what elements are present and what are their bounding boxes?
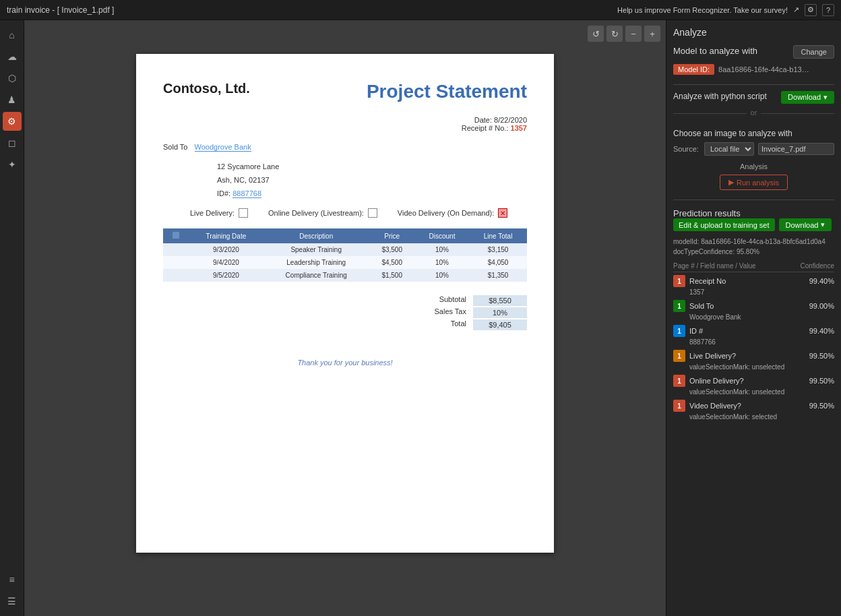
analysis-section: Analysis ▶ Run analysis (673, 162, 834, 195)
address-line1: 12 Sycamore Lane (217, 162, 527, 171)
pred-badge: 1 (673, 275, 685, 287)
help-icon[interactable]: ? (822, 4, 834, 16)
col-header-discount: Discount (415, 228, 469, 243)
receipt-value: 1357 (511, 124, 527, 132)
row-desc: Compliance Training (263, 269, 369, 282)
live-delivery-checkbox[interactable] (239, 208, 248, 218)
prediction-title: Prediction results (673, 208, 834, 218)
table-row: 9/3/2020 Speaker Training $3,500 10% $3,… (163, 243, 527, 256)
download-button[interactable]: Download ▾ (781, 91, 834, 104)
prediction-row: 1 Online Delivery? 99.50% valueSelection… (673, 375, 834, 396)
pred-field: Video Delivery? (689, 402, 805, 410)
model-section-title: Model to analyze with (673, 46, 757, 56)
total-value: $9,405 (473, 319, 527, 330)
pred-badge: 1 (673, 375, 685, 387)
online-delivery-label: Online Delivery (Livestream): (268, 209, 364, 217)
pred-value: 8887766 (689, 338, 834, 346)
sidebar-item-cloud[interactable]: ☁ (3, 47, 22, 66)
divider2 (673, 199, 834, 200)
sales-tax-row: Sales Tax 10% (365, 307, 527, 318)
source-row: Source: Local file Invoice_7.pdf (673, 142, 834, 156)
invoice-header: Contoso, Ltd. Project Statement (163, 81, 527, 102)
id-row: ID#: 8887768 (217, 189, 527, 197)
settings-icon-top[interactable]: ⚙ (805, 4, 817, 16)
top-bar: train invoice - [ Invoice_1.pdf ] Help u… (0, 0, 841, 20)
pred-value: 1357 (689, 288, 834, 296)
video-delivery-checkbox[interactable]: ✕ (498, 208, 507, 218)
row-date: 9/3/2020 (189, 243, 263, 256)
row-discount: 10% (415, 256, 469, 269)
field-header: Page # / Field name / Value (673, 262, 756, 270)
date-label: Date: (474, 116, 492, 124)
prediction-actions: Edit & upload to training set Download ▾ (673, 218, 834, 231)
model-header: Model to analyze with Change (673, 43, 834, 60)
predictions-list: 1 Receipt No 99.40% 1357 1 Sold To 99.00… (673, 275, 834, 421)
pred-confidence: 99.40% (809, 277, 834, 285)
doc-confidence-row: docTypeConfidence: 95.80% (673, 247, 834, 257)
row-desc: Leadership Training (263, 256, 369, 269)
download-label: Download (788, 93, 821, 101)
sold-to-row: Sold To Woodgrove Bank (163, 143, 527, 152)
pred-confidence: 99.00% (809, 302, 834, 310)
source-select[interactable]: Local file (704, 142, 754, 156)
main-layout: ⌂ ☁ ⬡ ♟ ⚙ ◻ ✦ ≡ ☰ ↺ ↻ − + Contoso, Ltd. … (0, 20, 841, 616)
edit-upload-button[interactable]: Edit & upload to training set (673, 218, 775, 231)
rotate-left-button[interactable]: ↺ (588, 26, 604, 42)
document-viewer: ↺ ↻ − + Contoso, Ltd. Project Statement … (24, 20, 666, 616)
checkbox-video-delivery: Video Delivery (On Demand): ✕ (398, 208, 507, 218)
zoom-out-button[interactable]: − (625, 26, 642, 42)
checkboxes-row: Live Delivery: Online Delivery (Livestre… (190, 208, 527, 218)
choose-title: Choose an image to analyze with (673, 129, 834, 138)
or-divider: or (673, 113, 834, 122)
model-id-result-row: modelId: 8aa16866-16fe-44ca-b13a-8bfc6ad… (673, 237, 834, 247)
row-icon (163, 269, 189, 282)
table-row: 9/4/2020 Leadership Training $4,500 10% … (163, 256, 527, 269)
prediction-row: 1 Live Delivery? 99.50% valueSelectionMa… (673, 350, 834, 371)
pred-field: Live Delivery? (689, 352, 805, 360)
run-analysis-button[interactable]: ▶ Run analysis (720, 175, 788, 190)
prediction-row: 1 ID # 99.40% 8887766 (673, 325, 834, 346)
pred-field: Sold To (689, 302, 805, 310)
run-icon: ▶ (728, 178, 734, 187)
edit-upload-label: Edit & upload to training set (679, 221, 770, 229)
sidebar-item-objects[interactable]: ⬡ (3, 69, 22, 88)
id-value: 8887768 (232, 189, 261, 198)
pred-badge: 1 (673, 400, 685, 412)
python-title: Analyze with python script (673, 92, 781, 101)
sidebar-item-settings[interactable]: ⚙ (3, 112, 22, 131)
sidebar-item-list[interactable]: ☰ (3, 592, 22, 611)
model-id-label: Model ID: (673, 64, 714, 75)
download-split-button[interactable]: Download ▾ (779, 218, 832, 231)
sidebar-item-menu[interactable]: ≡ (3, 570, 22, 589)
subtotal-label: Subtotal (365, 295, 473, 306)
zoom-in-button[interactable]: + (644, 26, 660, 42)
date-value: 8/22/2020 (494, 116, 527, 124)
run-analysis-row: ▶ Run analysis (673, 175, 834, 190)
row-desc: Speaker Training (263, 243, 369, 256)
rotate-right-button[interactable]: ↻ (606, 26, 623, 42)
pred-value: valueSelectionMark: unselected (689, 388, 834, 396)
pred-value: valueSelectionMark: unselected (689, 363, 834, 371)
analyze-title: Analyze (673, 27, 834, 38)
pred-badge: 1 (673, 350, 685, 362)
sidebar-item-layout[interactable]: ◻ (3, 133, 22, 152)
right-panel: Analyze Model to analyze with Change Mod… (666, 20, 841, 616)
pred-field: Online Delivery? (689, 377, 805, 385)
sidebar-item-labels[interactable]: ✦ (3, 155, 22, 174)
online-delivery-checkbox[interactable] (368, 208, 377, 218)
row-price: $4,500 (369, 256, 415, 269)
id-label: ID#: (217, 189, 230, 197)
pred-value: valueSelectionMark: selected (689, 413, 834, 421)
row-discount: 10% (415, 269, 469, 282)
total-row: Total $9,405 (365, 319, 527, 330)
sidebar-item-home[interactable]: ⌂ (3, 26, 22, 44)
file-name-display: Invoice_7.pdf (758, 143, 834, 155)
live-delivery-label: Live Delivery: (190, 209, 235, 217)
checkbox-online-delivery: Online Delivery (Livestream): (268, 208, 377, 218)
receipt-line: Receipt # No.: 1357 (163, 124, 527, 132)
confidence-header: Confidence (800, 262, 834, 270)
sidebar: ⌂ ☁ ⬡ ♟ ⚙ ◻ ✦ ≡ ☰ (0, 20, 24, 616)
change-button[interactable]: Change (793, 45, 834, 59)
pred-confidence: 99.40% (809, 327, 834, 335)
sidebar-item-model[interactable]: ♟ (3, 90, 22, 109)
